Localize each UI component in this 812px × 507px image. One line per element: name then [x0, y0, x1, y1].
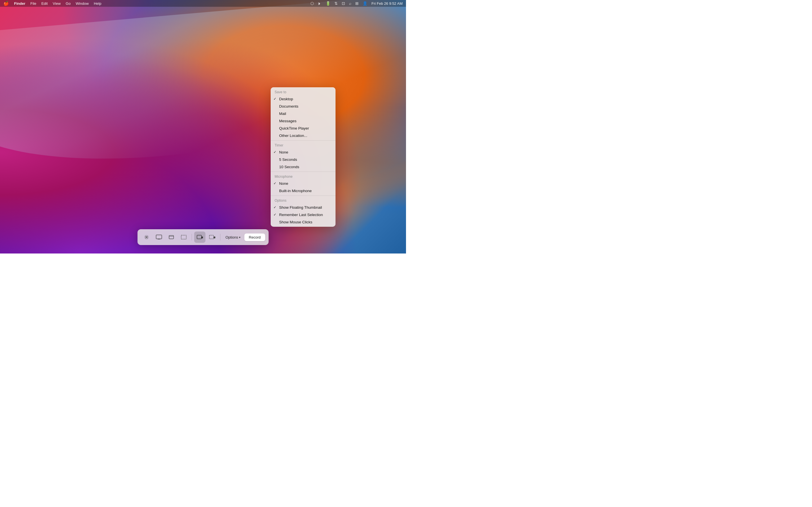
svg-rect-3: [156, 235, 162, 239]
capture-screen-icon: [156, 235, 162, 240]
menu-item-documents[interactable]: Documents: [271, 103, 336, 110]
save-to-header: Save to: [271, 89, 336, 95]
record-selection-button[interactable]: [207, 231, 218, 243]
menu-item-remember-selection[interactable]: ✓ Remember Last Selection: [271, 211, 336, 218]
music-icon[interactable]: ⏵: [318, 1, 322, 6]
remember-selection-label: Remember Last Selection: [279, 213, 332, 217]
separator-2: [220, 234, 220, 240]
svg-rect-9: [197, 235, 202, 239]
separator-3: [271, 195, 336, 196]
datetime: Fri Feb 26 9:52 AM: [371, 1, 403, 6]
menu-item-show-mouse[interactable]: Show Mouse Clicks: [271, 218, 336, 226]
floating-thumbnail-label: Show Floating Thumbnail: [279, 205, 332, 210]
svg-rect-6: [169, 235, 174, 239]
checkmark-mic-none: ✓: [273, 181, 277, 185]
menu-item-messages[interactable]: Messages: [271, 117, 336, 124]
options-dropdown: Save to ✓ Desktop Documents Mail Message…: [271, 87, 336, 227]
svg-point-12: [213, 237, 215, 238]
checkmark-floating: ✓: [273, 205, 277, 209]
capture-screen-button[interactable]: [153, 231, 165, 243]
record-button[interactable]: Record: [244, 233, 265, 241]
menu-item-builtin-mic[interactable]: Built-in Microphone: [271, 187, 336, 194]
record-screen-icon: [197, 235, 203, 240]
chevron-down-icon: ▾: [239, 236, 240, 239]
apple-menu[interactable]: 🍎: [3, 1, 9, 6]
record-selection-icon: [209, 235, 215, 240]
close-icon: [144, 235, 149, 240]
menu-help[interactable]: Help: [94, 1, 101, 6]
menu-item-timer-none[interactable]: ✓ None: [271, 149, 336, 156]
avatar-icon[interactable]: 👤: [363, 1, 367, 6]
desktop-label: Desktop: [279, 97, 332, 101]
screenshot-toolbar: Options ▾ Record: [138, 229, 269, 245]
builtin-mic-label: Built-in Microphone: [279, 189, 332, 193]
timer-header: Timer: [271, 142, 336, 149]
checkmark-remember: ✓: [273, 213, 277, 217]
menu-item-10sec[interactable]: 10 Seconds: [271, 163, 336, 170]
5sec-label: 5 Seconds: [279, 158, 332, 162]
svg-rect-11: [209, 235, 214, 239]
close-button[interactable]: [141, 231, 152, 243]
search-icon[interactable]: ⌕: [349, 1, 351, 6]
other-location-label: Other Location...: [279, 133, 332, 138]
messages-label: Messages: [279, 119, 332, 123]
record-screen-button[interactable]: [194, 231, 206, 243]
wifi-icon[interactable]: ⇅: [335, 1, 338, 6]
separator-1: [271, 140, 336, 140]
10sec-label: 10 Seconds: [279, 165, 332, 169]
bluetooth-icon[interactable]: ⬡: [310, 1, 314, 6]
controlcenter-icon[interactable]: ⊞: [355, 1, 359, 6]
checkmark-timer-none: ✓: [273, 150, 277, 154]
menu-item-quicktime[interactable]: QuickTime Player: [271, 124, 336, 132]
quicktime-label: QuickTime Player: [279, 126, 332, 130]
capture-selection-button[interactable]: [178, 231, 190, 243]
options-header: Options: [271, 197, 336, 204]
menu-item-mail[interactable]: Mail: [271, 110, 336, 117]
menu-window[interactable]: Window: [75, 1, 89, 6]
separator: [192, 234, 192, 240]
battery-icon[interactable]: 🔋: [326, 1, 331, 6]
menubar: 🍎 Finder File Edit View Go Window Help ⬡…: [0, 0, 406, 7]
documents-label: Documents: [279, 104, 332, 108]
app-name[interactable]: Finder: [14, 1, 26, 6]
menu-item-other-location[interactable]: Other Location...: [271, 132, 336, 139]
show-mouse-label: Show Mouse Clicks: [279, 220, 332, 224]
mic-none-label: None: [279, 181, 332, 186]
options-button[interactable]: Options ▾: [223, 233, 243, 241]
menu-file[interactable]: File: [31, 1, 36, 6]
capture-window-icon: [168, 235, 174, 240]
menu-item-5sec[interactable]: 5 Seconds: [271, 156, 336, 163]
menu-item-floating-thumbnail[interactable]: ✓ Show Floating Thumbnail: [271, 204, 336, 211]
menu-item-desktop[interactable]: ✓ Desktop: [271, 95, 336, 103]
mail-label: Mail: [279, 112, 332, 116]
microphone-header: Microphone: [271, 173, 336, 180]
record-label: Record: [249, 235, 260, 239]
menu-item-mic-none[interactable]: ✓ None: [271, 180, 336, 187]
options-label: Options: [225, 235, 238, 239]
timer-none-label: None: [279, 150, 332, 154]
screensharing-icon[interactable]: ⊡: [342, 1, 345, 6]
svg-rect-8: [181, 235, 186, 239]
capture-window-button[interactable]: [166, 231, 177, 243]
checkmark-desktop: ✓: [273, 97, 277, 101]
desktop: [0, 0, 406, 253]
menu-go[interactable]: Go: [66, 1, 70, 6]
menu-view[interactable]: View: [53, 1, 61, 6]
capture-selection-icon: [181, 235, 187, 240]
menu-edit[interactable]: Edit: [42, 1, 48, 6]
